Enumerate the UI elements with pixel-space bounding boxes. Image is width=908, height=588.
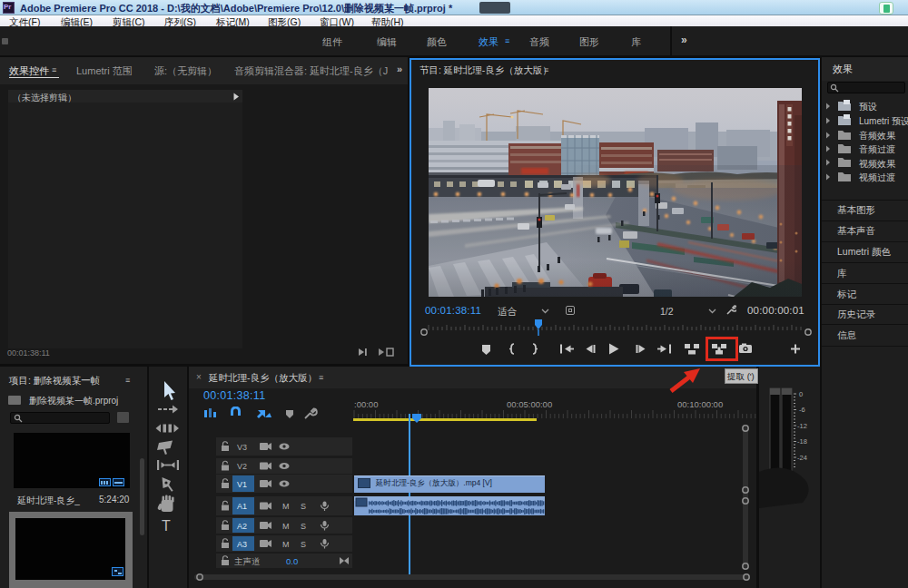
svg-text:A3: A3 [237,540,247,549]
svg-text:V2: V2 [237,462,247,471]
svg-text:0: 0 [799,390,803,398]
svg-text:M: M [282,522,290,531]
svg-text:V3: V3 [237,443,247,452]
svg-text:-12: -12 [797,422,807,430]
svg-text:S: S [301,502,306,511]
svg-text:V1: V1 [237,480,247,489]
svg-text:T: T [162,518,171,534]
svg-text::00:00: :00:00 [354,399,378,409]
svg-text:A1: A1 [237,502,247,511]
svg-text:-6: -6 [799,406,805,414]
svg-text:S: S [301,522,306,531]
svg-text:00:05:00:00: 00:05:00:00 [507,399,552,409]
svg-text:A2: A2 [237,522,247,531]
svg-text:M: M [282,502,290,511]
svg-text:S: S [301,540,306,549]
svg-text:0.0: 0.0 [286,556,298,566]
svg-text:主声道: 主声道 [234,556,261,566]
svg-text:-18: -18 [797,437,807,446]
svg-text:-24: -24 [797,454,807,462]
svg-text:M: M [282,540,290,549]
